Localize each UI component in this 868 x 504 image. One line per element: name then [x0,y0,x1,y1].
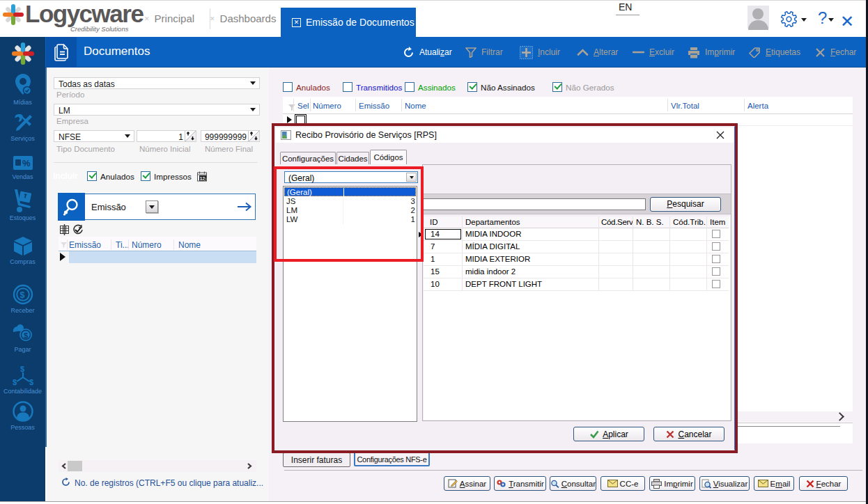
svg-text:$: $ [24,331,28,340]
svg-text:$: $ [29,378,33,386]
svg-text:$: $ [13,378,17,386]
svg-text:$: $ [20,290,24,300]
svg-text:%: % [22,158,31,168]
svg-text:$: $ [20,365,24,373]
